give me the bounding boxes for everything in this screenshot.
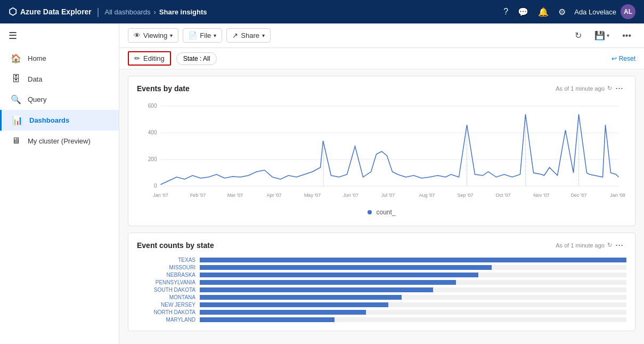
- settings-icon[interactable]: ⚙: [558, 7, 566, 17]
- notification-icon[interactable]: 🔔: [538, 7, 549, 17]
- sidebar-item-query[interactable]: 🔍 Query: [0, 89, 119, 110]
- sidebar-item-label-data: Data: [28, 75, 42, 83]
- events-chart-svg: 600 400 200 0: [137, 98, 626, 205]
- svg-text:Dec '07: Dec '07: [570, 193, 586, 198]
- breadcrumb-parent[interactable]: All dashboards: [105, 8, 151, 16]
- counts-more-button[interactable]: ···: [612, 238, 626, 252]
- panel-header-counts: Event counts by state As of 1 minute ago…: [128, 233, 635, 255]
- legend-dot: [368, 210, 372, 214]
- svg-text:Jan '08: Jan '08: [610, 193, 625, 198]
- bar-row: NORTH DAKOTA: [137, 309, 626, 315]
- sidebar-item-label-dashboards: Dashboards: [29, 116, 69, 124]
- bar-fill: [200, 280, 456, 285]
- events-more-button[interactable]: ···: [612, 82, 626, 95]
- bar-fill: [200, 265, 492, 270]
- bar-state-label: NEBRASKA: [137, 272, 195, 278]
- bar-row: MARYLAND: [137, 317, 626, 323]
- reset-icon: ↩: [612, 55, 617, 62]
- save-button[interactable]: 💾 ▾: [590, 28, 614, 43]
- svg-text:Jan '07: Jan '07: [153, 193, 168, 198]
- nav-icons: ? 💬 🔔 ⚙: [503, 7, 566, 17]
- reset-button[interactable]: ↩ Reset: [612, 55, 635, 62]
- events-by-date-panel: Events by date As of 1 minute ago ↻ ··· …: [128, 76, 635, 226]
- svg-text:Apr '07: Apr '07: [266, 193, 281, 198]
- refresh-button[interactable]: ↻: [570, 28, 586, 43]
- svg-text:600: 600: [148, 103, 157, 109]
- share-chevron: ▾: [262, 33, 265, 38]
- nav-separator: |: [97, 6, 100, 18]
- hamburger-icon: ☰: [9, 30, 17, 41]
- share-button[interactable]: ↗ Share ▾: [226, 28, 271, 43]
- events-refresh-icon[interactable]: ↻: [607, 85, 612, 92]
- brand-icon: ⬡: [9, 6, 17, 18]
- bar-track: [200, 302, 626, 307]
- file-label: File: [200, 31, 211, 39]
- file-chevron: ▾: [214, 33, 216, 38]
- bar-state-label: TEXAS: [137, 257, 195, 263]
- main-layout: ☰ 🏠 Home 🗄 Data 🔍 Query 📊 Dashboards 🖥 M…: [0, 23, 644, 344]
- breadcrumb: All dashboards › Share insights: [105, 8, 207, 16]
- bar-row: MISSOURI: [137, 265, 626, 270]
- save-chevron: ▾: [607, 33, 609, 38]
- feedback-icon[interactable]: 💬: [518, 7, 528, 17]
- help-icon[interactable]: ?: [503, 7, 508, 17]
- dashboard-icon: 📊: [12, 115, 23, 125]
- viewing-button[interactable]: 👁 Viewing ▾: [128, 28, 178, 43]
- sidebar-item-data[interactable]: 🗄 Data: [0, 69, 119, 89]
- events-meta-text: As of 1 minute ago: [556, 85, 605, 92]
- sidebar-item-label-home: Home: [28, 54, 46, 62]
- viewing-label: Viewing: [143, 31, 167, 39]
- bar-state-label: NORTH DAKOTA: [137, 309, 195, 315]
- sidebar-item-cluster[interactable]: 🖥 My cluster (Preview): [0, 131, 119, 151]
- svg-text:Feb '07: Feb '07: [190, 193, 206, 198]
- reset-label: Reset: [619, 55, 635, 62]
- query-icon: 🔍: [11, 94, 21, 105]
- bar-state-label: MARYLAND: [137, 317, 195, 323]
- svg-text:Jun '07: Jun '07: [343, 193, 358, 198]
- bar-row: PENNSYLVANIA: [137, 279, 626, 285]
- svg-text:Nov '07: Nov '07: [533, 193, 549, 198]
- toolbar-right: ↻ 💾 ▾ •••: [570, 28, 635, 43]
- bar-fill: [200, 258, 626, 262]
- top-nav: ⬡ Azure Data Explorer | All dashboards ›…: [0, 0, 644, 23]
- bar-fill: [200, 295, 402, 300]
- counts-refresh-icon[interactable]: ↻: [607, 242, 612, 249]
- sidebar-item-dashboards[interactable]: 📊 Dashboards: [0, 110, 119, 131]
- state-filter-label: State : All: [183, 55, 210, 62]
- bar-fill: [200, 310, 366, 315]
- event-counts-panel: Event counts by state As of 1 minute ago…: [128, 233, 635, 331]
- sidebar-toggle[interactable]: ☰: [0, 23, 119, 48]
- bar-fill: [200, 273, 478, 277]
- breadcrumb-current: Share insights: [159, 8, 207, 16]
- svg-text:Jul '07: Jul '07: [381, 193, 395, 198]
- bar-chart-container: TEXASMISSOURINEBRASKAPENNSYLVANIASOUTH D…: [128, 255, 635, 331]
- sidebar-item-home[interactable]: 🏠 Home: [0, 48, 119, 69]
- avatar: AL: [621, 4, 635, 19]
- bar-state-label: SOUTH DAKOTA: [137, 287, 195, 293]
- bar-fill: [200, 317, 335, 322]
- bar-track: [200, 258, 626, 262]
- svg-text:0: 0: [154, 183, 157, 189]
- file-icon: 📄: [189, 31, 197, 39]
- pencil-icon: ✏: [134, 54, 140, 62]
- bar-track: [200, 280, 626, 285]
- editing-box[interactable]: ✏ Editing: [128, 51, 171, 66]
- counts-panel-title: Event counts by state: [137, 241, 214, 250]
- bar-track: [200, 310, 626, 315]
- bar-state-label: PENNSYLVANIA: [137, 279, 195, 285]
- bar-row: MONTANA: [137, 294, 626, 300]
- more-options-button[interactable]: •••: [618, 28, 635, 43]
- svg-text:Sep '07: Sep '07: [457, 193, 473, 198]
- file-button[interactable]: 📄 File ▾: [183, 28, 222, 43]
- counts-panel-meta: As of 1 minute ago ↻: [556, 242, 612, 249]
- sidebar-item-label-query: Query: [28, 95, 46, 103]
- brand-name: Azure Data Explorer: [20, 7, 92, 16]
- bar-state-label: NEW JERSEY: [137, 302, 195, 308]
- data-icon: 🗄: [11, 74, 21, 84]
- bar-track: [200, 273, 626, 277]
- user-menu[interactable]: Ada Lovelace AL: [574, 4, 635, 19]
- state-filter[interactable]: State : All: [176, 52, 217, 65]
- svg-text:Oct '07: Oct '07: [495, 193, 510, 198]
- panel-header-events: Events by date As of 1 minute ago ↻ ···: [128, 76, 635, 98]
- sidebar: ☰ 🏠 Home 🗄 Data 🔍 Query 📊 Dashboards 🖥 M…: [0, 23, 119, 344]
